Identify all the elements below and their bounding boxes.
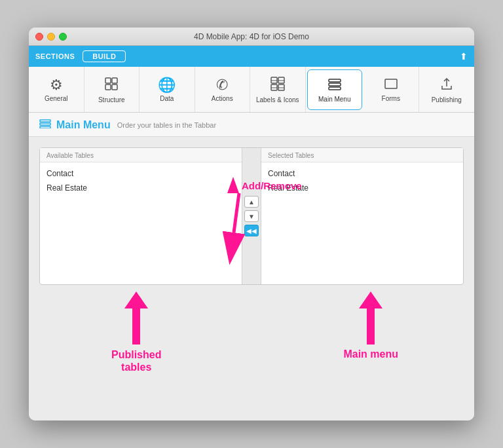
svg-line-21: [234, 193, 239, 233]
build-button[interactable]: BUILD: [83, 50, 126, 62]
app-window: 4D Mobile App: 4D for iOS Demo SECTIONS …: [29, 28, 474, 420]
labels-icons-icon: [270, 77, 285, 94]
content-subtitle: Order your tables in the Tabbar: [117, 121, 216, 129]
svg-rect-15: [385, 79, 397, 88]
published-tables-annotation: Publishedtables: [111, 291, 161, 373]
actions-icon: ✆: [216, 78, 228, 92]
upload-icon[interactable]: ⬆: [460, 51, 468, 62]
publishing-icon: [439, 77, 454, 94]
svg-rect-0: [105, 78, 111, 83]
svg-rect-12: [329, 79, 341, 82]
minimize-button[interactable]: [47, 33, 55, 41]
publishing-label: Publishing: [432, 96, 462, 103]
window-title: 4D Mobile App: 4D for iOS Demo: [194, 32, 309, 41]
published-arrow-container: Publishedtables: [111, 291, 161, 373]
selected-tables-header: Selected Tables: [261, 148, 463, 162]
selected-table-row[interactable]: Contact: [261, 166, 463, 181]
toolbar-item-publishing[interactable]: Publishing: [419, 67, 475, 112]
actions-label: Actions: [212, 95, 233, 102]
sections-label: SECTIONS: [35, 52, 75, 60]
svg-rect-17: [40, 120, 50, 122]
toolbar-item-main-menu[interactable]: Main Menu: [307, 69, 363, 110]
general-icon: ⚙: [50, 78, 63, 92]
forms-icon: [384, 78, 398, 92]
published-tables-label: Publishedtables: [111, 348, 161, 373]
available-table-row[interactable]: Contact: [40, 166, 242, 181]
svg-rect-18: [40, 123, 50, 125]
main-menu-arrowhead: [359, 291, 382, 308]
svg-rect-14: [329, 87, 341, 90]
main-menu-icon: [327, 79, 342, 93]
forms-label: Forms: [382, 95, 400, 102]
available-tables-body: Contact Real Estate: [40, 162, 242, 284]
toolbar-item-labels-icons[interactable]: Labels & Icons: [250, 67, 306, 112]
published-arrowhead: [124, 291, 148, 308]
data-icon: 🌐: [158, 78, 176, 92]
data-label: Data: [160, 95, 174, 102]
toolbar-item-structure[interactable]: Structure: [84, 67, 140, 112]
main-menu-arrow-container: Main menu: [343, 291, 398, 360]
available-tables-header: Available Tables: [40, 148, 242, 162]
content-header-icon: [39, 119, 51, 131]
main-content: Available Tables Contact Real Estate ▲ ▼…: [29, 137, 474, 420]
svg-rect-2: [105, 84, 111, 90]
toolbar-item-actions[interactable]: ✆ Actions: [195, 67, 251, 112]
general-label: General: [45, 95, 68, 102]
available-tables-panel: Available Tables Contact Real Estate: [40, 148, 242, 284]
main-menu-arrow-shaft: [367, 308, 375, 345]
add-remove-annotation: Add/Remove: [233, 187, 311, 255]
structure-icon: [104, 77, 119, 94]
main-menu-label: Main menu: [343, 348, 398, 360]
structure-label: Structure: [98, 96, 125, 103]
toolbar-item-forms[interactable]: Forms: [363, 67, 419, 112]
titlebar: 4D Mobile App: 4D for iOS Demo: [29, 28, 474, 46]
toolbar: ⚙ General Structure 🌐 Data ✆ Actions: [29, 67, 474, 113]
content-title: Main Menu: [56, 119, 111, 131]
annotations-area: Add/Remove Publishedtables Main menu: [39, 285, 464, 410]
svg-rect-13: [329, 83, 341, 86]
svg-rect-3: [112, 84, 117, 90]
labels-icons-label: Labels & Icons: [256, 96, 299, 103]
add-remove-label: Add/Remove: [242, 180, 302, 191]
published-arrow-shaft: [132, 308, 140, 345]
content-header: Main Menu Order your tables in the Tabba…: [29, 113, 474, 137]
svg-rect-1: [112, 78, 117, 83]
topnav: SECTIONS BUILD ⬆: [29, 46, 474, 67]
maximize-button[interactable]: [59, 33, 67, 41]
toolbar-item-data[interactable]: 🌐 Data: [140, 67, 195, 112]
available-table-row[interactable]: Real Estate: [40, 181, 242, 195]
close-button[interactable]: [35, 33, 43, 41]
toolbar-item-general[interactable]: ⚙ General: [29, 67, 84, 112]
svg-rect-19: [40, 126, 50, 128]
traffic-lights: [35, 33, 67, 41]
main-menu-label: Main Menu: [318, 96, 350, 103]
main-menu-annotation: Main menu: [343, 291, 398, 360]
